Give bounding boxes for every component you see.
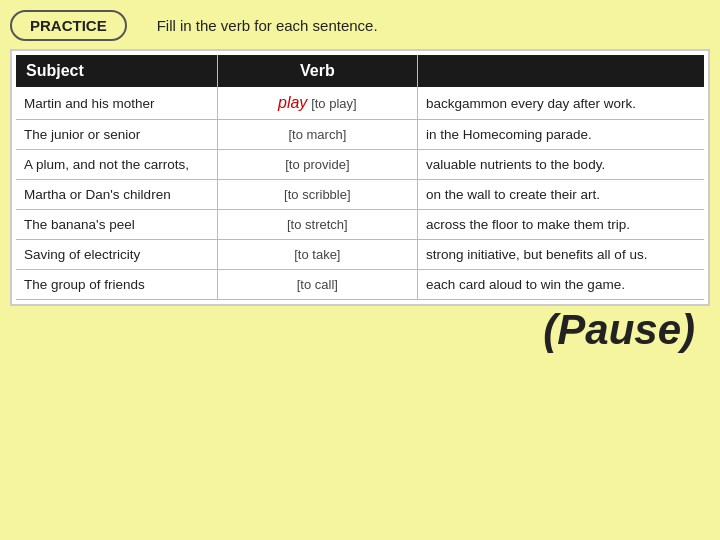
verb-cell: [to stretch] [217, 210, 417, 240]
completion-cell: each card aloud to win the game. [418, 270, 704, 300]
table-header: Subject Verb [16, 55, 704, 87]
completion-cell: on the wall to create their art. [418, 180, 704, 210]
table-row: Martin and his motherplay [to play]backg… [16, 87, 704, 120]
completion-cell: strong initiative, but benefits all of u… [418, 240, 704, 270]
table-row: A plum, and not the carrots,[to provide]… [16, 150, 704, 180]
subject-cell: The banana's peel [16, 210, 217, 240]
col-completion-header [418, 55, 704, 87]
pause-label: (Pause) [10, 306, 710, 359]
verb-cell: [to scribble] [217, 180, 417, 210]
verb-cell: [to march] [217, 120, 417, 150]
practice-badge: PRACTICE [10, 10, 127, 41]
subject-cell: Saving of electricity [16, 240, 217, 270]
verb-cell: play [to play] [217, 87, 417, 120]
subject-cell: Martha or Dan's children [16, 180, 217, 210]
table-row: Saving of electricity[to take]strong ini… [16, 240, 704, 270]
verb-cell: [to provide] [217, 150, 417, 180]
subject-cell: The junior or senior [16, 120, 217, 150]
table-row: Martha or Dan's children[to scribble]on … [16, 180, 704, 210]
subject-cell: Martin and his mother [16, 87, 217, 120]
completion-cell: backgammon every day after work. [418, 87, 704, 120]
verb-cell: [to take] [217, 240, 417, 270]
subject-cell: A plum, and not the carrots, [16, 150, 217, 180]
subject-cell: The group of friends [16, 270, 217, 300]
table-body: Martin and his motherplay [to play]backg… [16, 87, 704, 300]
practice-table: Subject Verb Martin and his motherplay [… [16, 55, 704, 300]
table-row: The junior or senior[to march]in the Hom… [16, 120, 704, 150]
header: PRACTICE Fill in the verb for each sente… [10, 10, 710, 41]
table-row: The group of friends[to call]each card a… [16, 270, 704, 300]
completion-cell: valuable nutrients to the body. [418, 150, 704, 180]
table-container: Subject Verb Martin and his motherplay [… [10, 49, 710, 306]
completion-cell: across the floor to make them trip. [418, 210, 704, 240]
completion-cell: in the Homecoming parade. [418, 120, 704, 150]
table-row: The banana's peel[to stretch]across the … [16, 210, 704, 240]
instruction-text: Fill in the verb for each sentence. [157, 17, 378, 34]
col-subject-header: Subject [16, 55, 217, 87]
col-verb-header: Verb [217, 55, 417, 87]
verb-cell: [to call] [217, 270, 417, 300]
